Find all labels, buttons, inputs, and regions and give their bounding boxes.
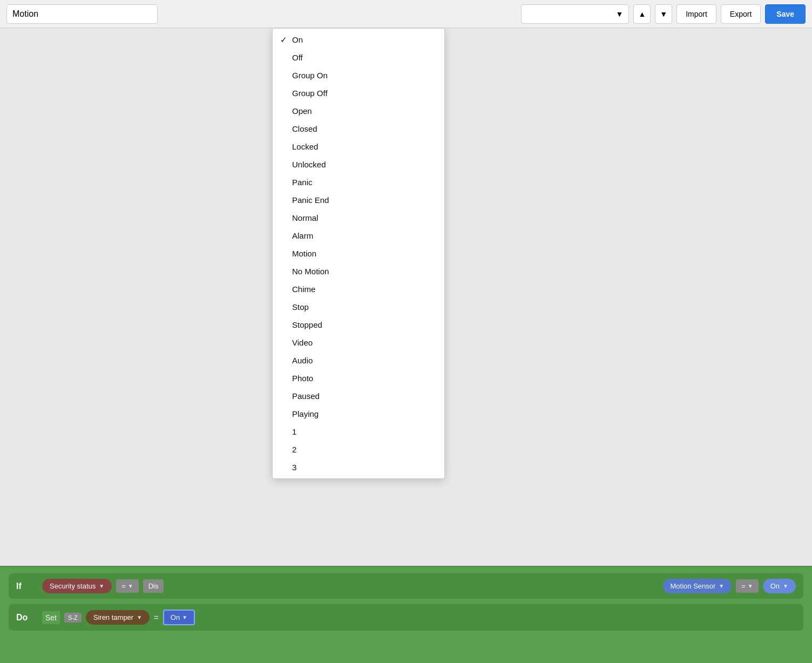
dropdown-item-on[interactable]: On xyxy=(273,31,444,49)
dropdown-item-no-motion[interactable]: No Motion xyxy=(273,262,444,280)
scroll-down-btn[interactable]: ▼ xyxy=(655,4,672,24)
dropdown-item-paused[interactable]: Paused xyxy=(273,387,444,405)
security-status-label: Security status xyxy=(50,582,96,590)
toolbar: ▼ ▲ ▼ Import Export Save xyxy=(0,0,812,28)
dropdown-item-video[interactable]: Video xyxy=(273,334,444,351)
export-button[interactable]: Export xyxy=(721,4,761,24)
siren-tamper-arrow-icon: ▼ xyxy=(137,614,142,620)
dropdown-item-unlocked[interactable]: Unlocked xyxy=(273,155,444,173)
dis-pill: Dis xyxy=(143,579,164,593)
name-input[interactable] xyxy=(6,4,158,24)
motion-equals-arrow-icon: ▼ xyxy=(748,583,753,589)
dropdown-item-3[interactable]: 3 xyxy=(273,458,444,476)
security-status-arrow-icon: ▼ xyxy=(99,583,104,589)
on-value-pill[interactable]: On ▼ xyxy=(163,610,195,625)
equals-label: = xyxy=(121,582,126,590)
dropdown-item-photo[interactable]: Photo xyxy=(273,369,444,387)
on-arrow-icon-right: ▼ xyxy=(783,583,788,589)
dropdown-item-2[interactable]: 2 xyxy=(273,441,444,458)
dropdown-item-audio[interactable]: Audio xyxy=(273,351,444,369)
do-label: Do xyxy=(16,613,38,623)
dropdown-item-playing[interactable]: Playing xyxy=(273,405,444,423)
automation-blocks: If Security status ▼ = ▼ Dis Motion Sens… xyxy=(0,566,812,663)
dropdown-item-group-off[interactable]: Group Off xyxy=(273,84,444,102)
dropdown-item-locked[interactable]: Locked xyxy=(273,138,444,155)
dropdown-item-group-on[interactable]: Group On xyxy=(273,66,444,84)
dropdown-item-panic[interactable]: Panic xyxy=(273,173,444,191)
motion-equals-label: = xyxy=(741,582,746,590)
dropdown-item-stop[interactable]: Stop xyxy=(273,298,444,316)
set-label: Set xyxy=(42,611,60,624)
type-dropdown[interactable]: ▼ xyxy=(521,4,629,24)
if-label: If xyxy=(16,581,38,591)
dropdown-item-stopped[interactable]: Stopped xyxy=(273,316,444,334)
value-dropdown-menu: OnOffGroup OnGroup OffOpenClosedLockedUn… xyxy=(272,28,445,479)
on-value-arrow-icon: ▼ xyxy=(182,614,187,620)
do-block: Do Set S-Z Siren tamper ▼ = On ▼ xyxy=(9,604,803,631)
dropdown-item-chime[interactable]: Chime xyxy=(273,280,444,298)
dis-label: Dis xyxy=(148,582,159,590)
dropdown-item-1[interactable]: 1 xyxy=(273,423,444,441)
main-area: OnOffGroup OnGroup OffOpenClosedLockedUn… xyxy=(0,28,812,663)
motion-sensor-pill[interactable]: Motion Sensor ▼ xyxy=(663,579,732,593)
dropdown-item-off[interactable]: Off xyxy=(273,49,444,66)
dropdown-item-panic-end[interactable]: Panic End xyxy=(273,191,444,209)
dropdown-item-closed[interactable]: Closed xyxy=(273,120,444,138)
on-label-right: On xyxy=(770,582,780,590)
siren-tamper-label: Siren tamper xyxy=(93,613,133,621)
dropdown-item-alarm[interactable]: Alarm xyxy=(273,227,444,245)
on-pill-right[interactable]: On ▼ xyxy=(763,579,796,593)
security-status-pill[interactable]: Security status ▼ xyxy=(42,579,112,593)
motion-sensor-label: Motion Sensor xyxy=(671,582,716,590)
dropdown-arrow-icon: ▼ xyxy=(616,10,624,18)
dropdown-item-open[interactable]: Open xyxy=(273,102,444,120)
sz-badge: S-Z xyxy=(64,613,82,623)
motion-equals-pill[interactable]: = ▼ xyxy=(736,579,759,593)
equals-arrow-icon: ▼ xyxy=(128,583,133,589)
motion-sensor-arrow-icon: ▼ xyxy=(719,583,724,589)
equals-pill[interactable]: = ▼ xyxy=(116,579,139,593)
siren-tamper-pill[interactable]: Siren tamper ▼ xyxy=(86,610,150,625)
import-button[interactable]: Import xyxy=(676,4,716,24)
scroll-up-btn[interactable]: ▲ xyxy=(633,4,651,24)
on-value-label: On xyxy=(171,613,180,621)
if-block: If Security status ▼ = ▼ Dis Motion Sens… xyxy=(9,573,803,599)
save-button[interactable]: Save xyxy=(765,4,806,24)
dropdown-item-normal[interactable]: Normal xyxy=(273,209,444,227)
dropdown-item-motion[interactable]: Motion xyxy=(273,245,444,262)
do-equals-label: = xyxy=(154,613,159,622)
